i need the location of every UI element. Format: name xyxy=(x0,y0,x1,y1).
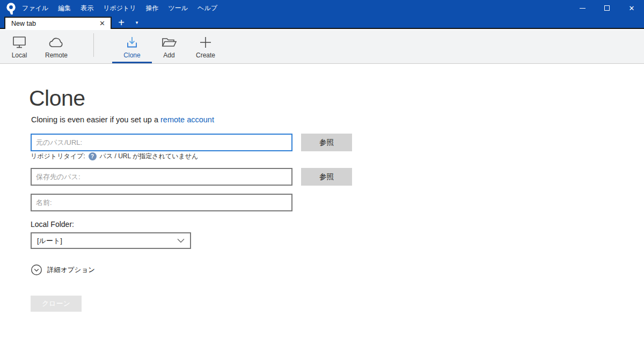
maximize-button[interactable] xyxy=(595,0,619,16)
name-input[interactable] xyxy=(31,194,292,211)
new-tab-button[interactable]: + xyxy=(114,16,128,29)
help-icon[interactable]: ? xyxy=(89,152,97,160)
window-controls: ✕ xyxy=(570,0,644,16)
local-folder-select[interactable]: [ルート] xyxy=(31,232,191,249)
toolbar-label: Clone xyxy=(123,52,140,59)
toolbar-label: Add xyxy=(163,52,174,59)
toolbar-label: Remote xyxy=(45,52,68,59)
toolbar-button-add[interactable]: Add xyxy=(155,32,184,62)
toolbar: Local Remote Clone xyxy=(0,30,644,64)
tab-close-icon[interactable]: ✕ xyxy=(98,20,106,27)
sourcetree-window: ファイル 編集 表示 リポジトリ 操作 ツール ヘルプ ✕ New tab ✕ … xyxy=(0,0,644,338)
menu-item-tools[interactable]: ツール xyxy=(164,4,193,13)
close-button[interactable]: ✕ xyxy=(619,0,644,16)
minimize-icon xyxy=(580,8,586,9)
page-title: Clone xyxy=(29,86,85,111)
minimize-button[interactable] xyxy=(570,0,595,16)
subtitle: Cloning is even easier if you set up a r… xyxy=(31,115,214,124)
sourcetree-logo-icon xyxy=(5,2,17,14)
tab-new-tab[interactable]: New tab ✕ xyxy=(4,17,112,29)
menu-item-view[interactable]: 表示 xyxy=(76,4,98,13)
close-icon: ✕ xyxy=(629,5,635,12)
toolbar-label: Create xyxy=(196,52,215,59)
repository-type-status: パス / URL が指定されていません xyxy=(100,152,199,161)
cloud-icon xyxy=(48,32,65,49)
menu-item-actions[interactable]: 操作 xyxy=(141,4,164,13)
subtitle-text: Cloning is even easier if you set up a xyxy=(31,115,160,124)
maximize-icon xyxy=(604,5,610,11)
tab-label: New tab xyxy=(11,20,98,27)
plus-icon xyxy=(199,32,213,49)
local-folder-value: [ルート] xyxy=(37,236,177,246)
toolbar-button-local[interactable]: Local xyxy=(5,32,33,62)
source-path-url-input[interactable] xyxy=(31,134,292,151)
title-bar: ファイル 編集 表示 リポジトリ 操作 ツール ヘルプ ✕ xyxy=(0,0,644,16)
menu-bar: ファイル 編集 表示 リポジトリ 操作 ツール ヘルプ xyxy=(17,0,222,16)
toolbar-button-remote[interactable]: Remote xyxy=(39,32,74,62)
menu-item-file[interactable]: ファイル xyxy=(17,4,53,13)
circle-chevron-down-icon xyxy=(31,264,42,276)
browse-destination-button[interactable]: 参照 xyxy=(301,168,352,186)
folder-open-icon xyxy=(160,32,178,49)
advanced-options-label: 詳細オプション xyxy=(47,266,95,275)
tab-list-caret-icon[interactable]: ▾ xyxy=(132,16,142,29)
advanced-options-toggle[interactable]: 詳細オプション xyxy=(31,264,95,276)
toolbar-label: Local xyxy=(12,52,27,59)
remote-account-link[interactable]: remote account xyxy=(160,115,214,124)
menu-item-help[interactable]: ヘルプ xyxy=(193,4,222,13)
browse-source-button[interactable]: 参照 xyxy=(301,134,352,151)
active-tab-underline xyxy=(112,62,152,63)
clone-download-icon xyxy=(125,32,140,49)
menu-item-repository[interactable]: リポジトリ xyxy=(98,4,141,13)
toolbar-button-create[interactable]: Create xyxy=(188,32,223,62)
tab-bar: New tab ✕ + ▾ xyxy=(0,16,644,29)
local-folder-label: Local Folder: xyxy=(31,220,74,229)
toolbar-button-clone[interactable]: Clone xyxy=(112,32,152,62)
repository-type-row: リポジトリタイプ: ? パス / URL が指定されていません xyxy=(31,152,198,161)
clone-button[interactable]: クローン xyxy=(31,296,82,312)
menu-item-edit[interactable]: 編集 xyxy=(53,4,76,13)
toolbar-separator xyxy=(93,33,94,57)
chevron-down-icon xyxy=(177,238,185,243)
monitor-icon xyxy=(11,32,27,49)
repository-type-label: リポジトリタイプ: xyxy=(31,152,85,161)
destination-path-input[interactable] xyxy=(31,168,292,186)
